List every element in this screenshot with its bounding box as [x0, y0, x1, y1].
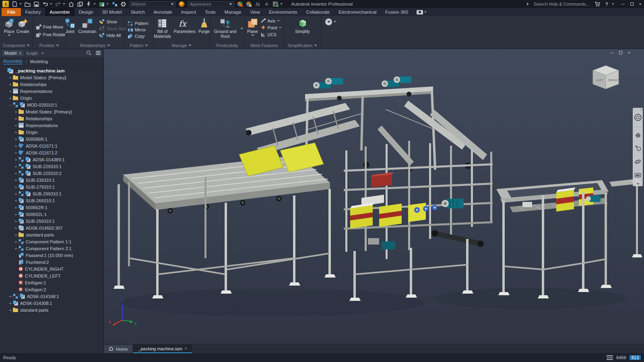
tree-item[interactable]: CYLINDER_RIGHT	[0, 265, 103, 272]
plane-button[interactable]: Plane	[247, 17, 259, 37]
free-move-button[interactable]: Free Move	[36, 25, 63, 30]
expand-icon[interactable]: +	[13, 171, 19, 176]
panel-label-work-features[interactable]: Work Features	[245, 42, 284, 49]
tree-item[interactable]: +Relationships	[0, 115, 103, 122]
undo-caret[interactable]	[50, 3, 52, 5]
tab-annotate[interactable]: Annotate	[149, 8, 177, 16]
tree-item[interactable]: +Relationships	[0, 81, 103, 88]
expand-icon[interactable]: +	[13, 116, 19, 121]
expand-icon[interactable]: +	[13, 191, 19, 196]
viewcube-front-face[interactable]: FRONT	[608, 78, 619, 82]
paste-icon[interactable]	[77, 1, 83, 7]
tree-item[interactable]: +SUB-229310:1	[0, 163, 103, 170]
joint-button[interactable]: Joint	[64, 17, 76, 35]
browser-search-icon[interactable]	[86, 50, 91, 56]
simplify-button[interactable]: Simplify	[290, 17, 315, 35]
help-caret[interactable]	[612, 3, 614, 5]
pattern-button[interactable]: Pattern	[128, 21, 149, 26]
update-caret[interactable]	[93, 3, 96, 5]
navbar-more-icon[interactable]	[636, 183, 640, 185]
create-button[interactable]: Create	[16, 17, 30, 35]
inventor-logo[interactable]: I	[2, 1, 9, 7]
tree-item[interactable]: +SUB-239310:1	[0, 177, 103, 183]
open-file-icon[interactable]	[25, 1, 31, 7]
axis-button[interactable]: Axis	[260, 18, 282, 23]
material-dropdown[interactable]: Material	[129, 1, 176, 7]
expand-icon[interactable]: +	[8, 82, 13, 87]
expand-icon[interactable]: +	[13, 246, 19, 251]
expand-icon[interactable]: +	[8, 308, 13, 313]
undo-icon[interactable]	[42, 1, 48, 7]
adjust-add-icon[interactable]	[237, 1, 243, 7]
expand-icon[interactable]: +	[13, 178, 19, 183]
home-icon[interactable]	[68, 1, 74, 7]
tree-item[interactable]: Einfügen:1	[0, 279, 103, 286]
tree-item[interactable]: +Component Pattern 2:1	[0, 245, 103, 252]
browser-tab-ilogic[interactable]: iLogic	[27, 51, 38, 56]
color-sphere-icon[interactable]	[179, 1, 185, 7]
pan-icon[interactable]	[635, 131, 641, 139]
tree-item[interactable]: CYLINDER_LEFT	[0, 272, 103, 279]
tree-item[interactable]: +SUB-269310:1	[0, 197, 103, 204]
panel-label-manage[interactable]: Manage	[154, 42, 210, 49]
orbit-icon[interactable]	[634, 158, 641, 167]
tab-assemble[interactable]: Assemble	[45, 8, 74, 16]
adjust-clear-icon[interactable]	[246, 1, 252, 7]
aperture-icon[interactable]	[120, 1, 126, 7]
update-lightning-icon[interactable]	[86, 1, 92, 7]
component-caret[interactable]	[106, 3, 109, 5]
home-tab[interactable]: Home	[104, 345, 132, 353]
status-menu-icon[interactable]	[607, 355, 613, 360]
panel-label-productivity[interactable]: Productivity	[210, 42, 244, 49]
redo-caret[interactable]	[63, 3, 65, 5]
tab-fusion-360[interactable]: Fusion 360	[381, 8, 413, 16]
tree-item[interactable]: +ADSK-011671:2	[0, 149, 103, 156]
tree-item[interactable]: +Origin	[0, 129, 103, 136]
view-cube[interactable]: LEFT FRONT	[591, 64, 621, 93]
assembly-mode-tab[interactable]: Assembly	[3, 59, 23, 64]
panel-label-relationships[interactable]: Relationships	[66, 42, 124, 49]
tab-view[interactable]: View	[246, 8, 264, 16]
modeling-mode-tab[interactable]: Modeling	[30, 59, 48, 64]
panel-label-component[interactable]: Component	[0, 42, 33, 49]
parameters-button[interactable]: fx Parameters	[173, 17, 196, 35]
doc-minimize-button[interactable]: ─	[610, 50, 613, 55]
tab-electromechanical[interactable]: Electromechanical	[334, 8, 381, 16]
panel-label-simplification[interactable]: Simplification	[284, 42, 321, 49]
ribbon-appearance-button[interactable]	[325, 19, 332, 25]
expand-icon[interactable]: +	[13, 232, 19, 237]
tab-environments[interactable]: Environments	[264, 8, 301, 16]
viewcube-left-face[interactable]: LEFT	[596, 78, 604, 82]
expand-icon[interactable]: +	[8, 89, 13, 94]
tree-item[interactable]: +standard parts	[0, 231, 103, 238]
tree-item[interactable]: +Representations	[0, 122, 103, 129]
panel-label-position[interactable]: Position	[33, 42, 66, 49]
tree-item[interactable]: Passend:1 (10.000 mm)	[0, 252, 103, 259]
tree-item[interactable]: +ADSK-011671:1	[0, 142, 103, 149]
tree-item[interactable]: +Component Pattern 1:1	[0, 238, 103, 245]
constrain-button[interactable]: Constrain	[78, 17, 97, 35]
viewport[interactable]: ─ × LEFT FRONT ×	[104, 49, 644, 344]
point-button[interactable]: Point	[260, 25, 282, 30]
mirror-button[interactable]: Mirror	[128, 27, 146, 33]
new-file-caret[interactable]	[19, 3, 22, 5]
tree-item[interactable]: +ADSK-014389:1	[0, 156, 103, 163]
window-restore-button[interactable]	[630, 2, 634, 6]
expand-icon[interactable]: +	[13, 185, 19, 189]
expand-icon[interactable]: +	[13, 144, 19, 148]
tree-item[interactable]: +standard parts	[0, 306, 103, 313]
document-tab-close-icon[interactable]: ×	[185, 346, 187, 351]
window-minimize-button[interactable]: ─	[621, 2, 625, 6]
add-quick-icon[interactable]	[264, 1, 270, 7]
expand-icon[interactable]: +	[13, 150, 19, 155]
expand-icon[interactable]: +	[13, 239, 19, 244]
zoom-icon[interactable]	[635, 145, 641, 153]
navbar-close-icon[interactable]: ×	[640, 109, 642, 111]
tab-manage[interactable]: Manage	[220, 8, 246, 16]
ground-root-caret[interactable]	[240, 28, 244, 29]
hide-all-button[interactable]: Hide All	[99, 33, 126, 38]
show-button[interactable]: Show	[99, 19, 126, 24]
tab-collaborate[interactable]: Collaborate	[301, 8, 334, 16]
tab-factory[interactable]: Factory	[21, 8, 45, 16]
doc-close-button[interactable]: ×	[628, 50, 630, 55]
